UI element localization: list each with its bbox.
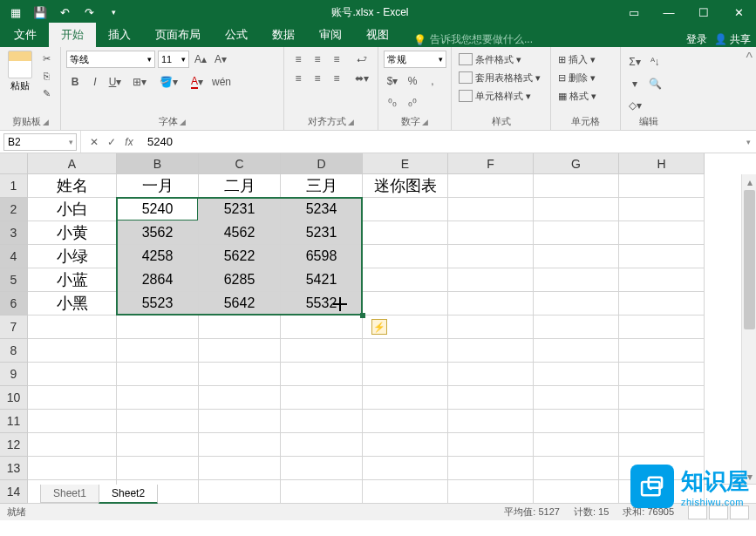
tab-review[interactable]: 审阅 (307, 23, 354, 47)
cell-G9[interactable] (534, 363, 619, 386)
cell-F8[interactable] (448, 339, 534, 363)
cell-D7[interactable] (281, 315, 363, 339)
cell-G5[interactable] (534, 268, 619, 292)
cell-B9[interactable] (117, 363, 199, 386)
row-header-1[interactable]: 1 (0, 174, 28, 198)
cell-A5[interactable]: 小蓝 (28, 268, 117, 292)
cell-B4[interactable]: 4258 (117, 245, 199, 268)
login-link[interactable]: 登录 (686, 32, 707, 47)
col-header-H[interactable]: H (619, 153, 705, 174)
tab-file[interactable]: 文件 (2, 23, 49, 47)
cell-B7[interactable] (117, 315, 199, 339)
cell-G13[interactable] (534, 457, 619, 480)
row-header-11[interactable]: 11 (0, 410, 28, 433)
cell-A4[interactable]: 小绿 (28, 245, 117, 268)
bold-button[interactable]: B (66, 73, 84, 91)
cell-H11[interactable] (619, 410, 705, 433)
row-header-3[interactable]: 3 (0, 221, 28, 245)
cell-D11[interactable] (281, 410, 363, 433)
col-header-F[interactable]: F (448, 153, 534, 174)
format-cells-button[interactable]: ▦格式▾ (556, 87, 615, 105)
save-icon[interactable]: 💾 (30, 3, 51, 22)
formula-input[interactable] (142, 135, 741, 148)
cell-H3[interactable] (619, 221, 705, 245)
format-table-button[interactable]: 套用表格格式▾ (457, 69, 545, 86)
cell-D2[interactable]: 5234 (281, 198, 363, 221)
cell-B10[interactable] (117, 386, 199, 410)
cell-G7[interactable] (534, 315, 619, 339)
cell-C2[interactable]: 5231 (199, 198, 281, 221)
cell-G4[interactable] (534, 245, 619, 268)
cell-C12[interactable] (199, 433, 281, 457)
dialog-launcher-icon[interactable]: ◢ (348, 118, 354, 126)
cell-B13[interactable] (117, 457, 199, 480)
cell-A12[interactable] (28, 433, 117, 457)
col-header-B[interactable]: B (117, 153, 199, 174)
dialog-launcher-icon[interactable]: ◢ (180, 118, 186, 126)
cell-F1[interactable] (448, 174, 534, 198)
row-header-2[interactable]: 2 (0, 198, 28, 221)
cell-G11[interactable] (534, 410, 619, 433)
cell-G2[interactable] (534, 198, 619, 221)
redo-icon[interactable]: ↷ (78, 3, 99, 22)
cell-E12[interactable] (363, 433, 448, 457)
cell-H5[interactable] (619, 268, 705, 292)
cell-H1[interactable] (619, 174, 705, 198)
cell-G1[interactable] (534, 174, 619, 198)
fx-icon[interactable]: fx (121, 136, 137, 148)
cell-C13[interactable] (199, 457, 281, 480)
cell-G3[interactable] (534, 221, 619, 245)
percent-icon[interactable]: % (404, 72, 421, 90)
cell-C5[interactable]: 6285 (199, 268, 281, 292)
cell-A8[interactable] (28, 339, 117, 363)
cell-C11[interactable] (199, 410, 281, 433)
sheet-tab-2[interactable]: Sheet2 (99, 485, 158, 504)
name-box[interactable]: ▾ (3, 133, 77, 151)
align-center-icon[interactable]: ≡ (309, 70, 326, 87)
cell-D9[interactable] (281, 363, 363, 386)
cell-B6[interactable]: 5523 (117, 292, 199, 315)
row-header-13[interactable]: 13 (0, 457, 28, 480)
minimize-icon[interactable]: — (651, 0, 686, 24)
cell-D3[interactable]: 5231 (281, 221, 363, 245)
increase-decimal-icon[interactable]: ⁰₀ (384, 94, 401, 112)
cell-A6[interactable]: 小黑 (28, 292, 117, 315)
paste-button[interactable]: 粘贴 (5, 51, 34, 92)
dialog-launcher-icon[interactable]: ◢ (422, 118, 428, 126)
scroll-up-icon[interactable]: ▴ (742, 174, 756, 189)
cell-F11[interactable] (448, 410, 534, 433)
cell-D6[interactable]: 5532 (281, 292, 363, 315)
cell-B11[interactable] (117, 410, 199, 433)
cell-F14[interactable] (448, 480, 534, 504)
vertical-scrollbar[interactable]: ▴ ▾ (741, 174, 756, 484)
active-cell[interactable]: 5240 (117, 198, 198, 221)
font-size-select[interactable]: 11▾ (158, 51, 189, 68)
cell-G14[interactable] (534, 480, 619, 504)
fill-icon[interactable]: ▾ (626, 75, 644, 92)
cell-E4[interactable] (363, 245, 448, 268)
cell-C10[interactable] (199, 386, 281, 410)
phonetic-button[interactable]: wén (213, 73, 230, 91)
cell-F9[interactable] (448, 363, 534, 386)
cell-H8[interactable] (619, 339, 705, 363)
increase-font-icon[interactable]: A▴ (192, 51, 209, 68)
cell-B1[interactable]: 一月 (117, 174, 199, 198)
cell-A7[interactable] (28, 315, 117, 339)
cell-E13[interactable] (363, 457, 448, 480)
cell-C14[interactable] (199, 480, 281, 504)
cell-E6[interactable] (363, 292, 448, 315)
name-box-input[interactable] (4, 136, 66, 148)
format-painter-icon[interactable]: ✎ (37, 85, 55, 101)
copy-icon[interactable]: ⎘ (37, 68, 55, 84)
cell-H9[interactable] (619, 363, 705, 386)
font-color-button[interactable]: A▾ (184, 73, 210, 91)
cell-C6[interactable]: 5642 (199, 292, 281, 315)
row-header-7[interactable]: 7 (0, 315, 28, 339)
row-header-14[interactable]: 14 (0, 480, 28, 504)
col-header-D[interactable]: D (281, 153, 363, 174)
row-header-4[interactable]: 4 (0, 245, 28, 268)
cell-E2[interactable] (363, 198, 448, 221)
tab-pagelayout[interactable]: 页面布局 (143, 23, 213, 47)
merge-center-button[interactable]: ⬌▾ (349, 70, 375, 87)
cell-F5[interactable] (448, 268, 534, 292)
